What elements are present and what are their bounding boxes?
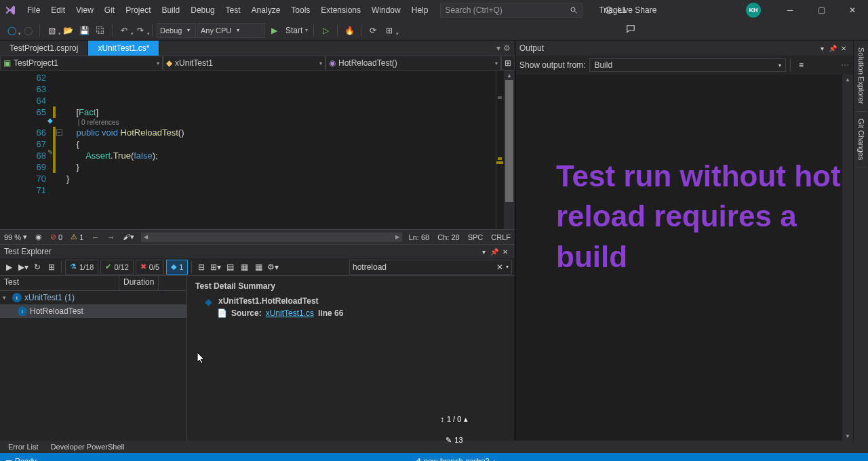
editor-hscrollbar[interactable]: ◀▶ [141, 233, 401, 242]
expand-button[interactable]: ▦ [238, 261, 250, 273]
output-close-button[interactable]: ✕ [838, 45, 849, 52]
menu-build[interactable]: Build [157, 3, 186, 18]
test-explorer-panel: Test Explorer ▾ 📌 ✕ ▶ ▶▾ ↻ ⊞ ⚗1/18 ✔0/12… [0, 244, 515, 441]
clear-search-icon[interactable]: ✕ [496, 262, 503, 272]
cleanup-button[interactable]: 🖌▾ [119, 233, 138, 241]
edit-mark-icon: ✎ [43, 148, 53, 156]
hot-reload-button[interactable]: 🔥 [342, 23, 357, 38]
tab-xunittest[interactable]: xUnitTest1.cs* [88, 41, 159, 56]
start-label[interactable]: Start [285, 26, 302, 35]
tab-dropdown-icon[interactable]: ▾ [496, 43, 500, 53]
col-test[interactable]: Test [0, 276, 119, 290]
indent-mode[interactable]: SPC [464, 233, 488, 241]
config-combo[interactable]: Debug▾ [157, 23, 196, 38]
test-search-input[interactable] [353, 262, 496, 272]
tab-error-list[interactable]: Error List [3, 442, 44, 452]
menu-edit[interactable]: Edit [45, 3, 71, 18]
test-explorer-title: Test Explorer [4, 247, 478, 256]
columns-button[interactable]: ▤ [224, 261, 236, 273]
open-button[interactable]: 📂 [60, 23, 75, 38]
run-button[interactable]: ▶▾ [17, 261, 29, 273]
status-branch[interactable]: ⎇ new-branch-cache2 ▴ [412, 457, 496, 462]
nav-prev-button[interactable]: ← [87, 233, 103, 241]
platform-combo[interactable]: Any CPU▾ [197, 23, 265, 38]
live-share-button[interactable]: Live Share [604, 5, 656, 15]
start-button[interactable]: ▶ [267, 23, 281, 38]
error-count[interactable]: ⊘0 [46, 233, 66, 241]
menu-project[interactable]: Project [120, 3, 156, 18]
expand-icon[interactable]: ▾ [3, 294, 9, 301]
save-all-button[interactable]: ⿻ [93, 23, 108, 38]
panel-dropdown-button[interactable]: ▾ [478, 248, 489, 256]
repeat-button[interactable]: ↻ [31, 261, 43, 273]
menu-git[interactable]: Git [99, 3, 120, 18]
menu-debug[interactable]: Debug [185, 3, 220, 18]
panel-close-button[interactable]: ✕ [500, 248, 511, 256]
class-combo[interactable]: ◆ xUnitTest1▾ [163, 56, 326, 71]
view-button[interactable]: ⊟ [195, 261, 208, 273]
editor-vscrollbar[interactable]: ▲ [504, 71, 515, 229]
tree-parent-row[interactable]: ▾ i xUnitTest1 (1) [0, 291, 186, 304]
health-indicator[interactable]: ◉ [31, 233, 46, 241]
solution-explorer-tab[interactable]: Solution Explorer [856, 41, 867, 112]
document-tabs: TestProject1.csproj xUnitTest1.cs* ▾ ⚙ [0, 41, 515, 56]
fold-toggle[interactable]: − [56, 127, 62, 138]
output-content[interactable]: Test run without hot reload requires a b… [515, 75, 853, 441]
warning-count[interactable]: ⚠1 [66, 233, 87, 241]
source-file-link[interactable]: xUnitTest1.cs [266, 308, 314, 318]
detail-title: Test Detail Summary [195, 281, 507, 291]
menu-extensions[interactable]: Extensions [315, 3, 366, 18]
test-search-box[interactable]: ✕ ▾ [349, 260, 512, 275]
save-button[interactable]: 💾 [77, 23, 92, 38]
failed-count-pill[interactable]: ✖0/5 [136, 260, 164, 275]
status-ready: ▭ Ready [5, 457, 37, 462]
output-vscrollbar[interactable]: ▲ ▼ [842, 75, 853, 441]
zoom-combo[interactable]: 99 % ▾ [0, 233, 31, 241]
feedback-button[interactable] [626, 24, 635, 34]
fold-gutter: − [56, 71, 62, 229]
status-count[interactable]: ✎ 13 [446, 436, 462, 445]
split-editor-button[interactable]: ⊞ [501, 56, 515, 71]
collapse-button[interactable]: ▦ [252, 261, 264, 273]
status-selection[interactable]: ↕ 1 / 0 ▴ [440, 415, 468, 424]
settings-button[interactable]: ⚙▾ [267, 261, 279, 273]
output-dropdown-button[interactable]: ▾ [816, 45, 827, 52]
menu-view[interactable]: View [71, 3, 99, 18]
project-combo[interactable]: ▣ TestProject1▾ [0, 56, 163, 71]
output-pin-button[interactable]: 📌 [827, 45, 838, 52]
nav-back-button[interactable]: ◯▾ [4, 23, 19, 38]
output-source-combo[interactable]: Build▾ [589, 58, 786, 72]
nav-next-button[interactable]: → [103, 233, 119, 241]
git-changes-tab[interactable]: Git Changes [856, 112, 867, 167]
tab-csproj[interactable]: TestProject1.csproj [0, 41, 88, 56]
code-content[interactable]: [Fact] | 0 references public void HotRel… [62, 71, 496, 229]
search-dropdown-icon[interactable]: ▾ [506, 264, 509, 270]
tree-child-row[interactable]: i HotReloadTest [0, 304, 186, 318]
misc-button[interactable]: ⊞▾ [382, 23, 397, 38]
tab-settings-icon[interactable]: ⚙ [503, 43, 511, 53]
redo-button[interactable]: ↷▾ [133, 23, 148, 38]
menu-tools[interactable]: Tools [285, 3, 315, 18]
overview-ruler[interactable] [496, 71, 504, 229]
panel-pin-button[interactable]: 📌 [489, 248, 500, 256]
output-clear-button[interactable]: ≡ [795, 60, 807, 70]
passed-count-pill[interactable]: ✔0/12 [100, 260, 133, 275]
run-all-button[interactable]: ▶ [3, 261, 15, 273]
col-duration[interactable]: Duration [119, 276, 159, 290]
nav-forward-button[interactable]: ◯ [20, 23, 35, 38]
output-title: Output [519, 43, 816, 53]
start-without-debug-button[interactable]: ▷ [318, 23, 333, 38]
method-combo[interactable]: ◉ HotReloadTest()▾ [326, 56, 501, 71]
new-item-button[interactable]: ▧▾ [44, 23, 59, 38]
group-button[interactable]: ⊞▾ [210, 261, 222, 273]
menu-analyze[interactable]: Analyze [246, 3, 286, 18]
menu-test[interactable]: Test [220, 3, 246, 18]
code-editor[interactable]: 62 63 64 65 66 67 68 69 70 71 ◆ ✎ − [0, 71, 515, 229]
browser-link-button[interactable]: ⟳ [366, 23, 380, 38]
playlist-button[interactable]: ⊞ [45, 261, 58, 273]
menu-file[interactable]: File [22, 3, 45, 18]
other-count-pill[interactable]: ◆1 [166, 260, 188, 275]
line-ending[interactable]: CRLF [487, 233, 515, 241]
total-count-pill[interactable]: ⚗1/18 [65, 260, 98, 275]
undo-button[interactable]: ↶▾ [117, 23, 132, 38]
